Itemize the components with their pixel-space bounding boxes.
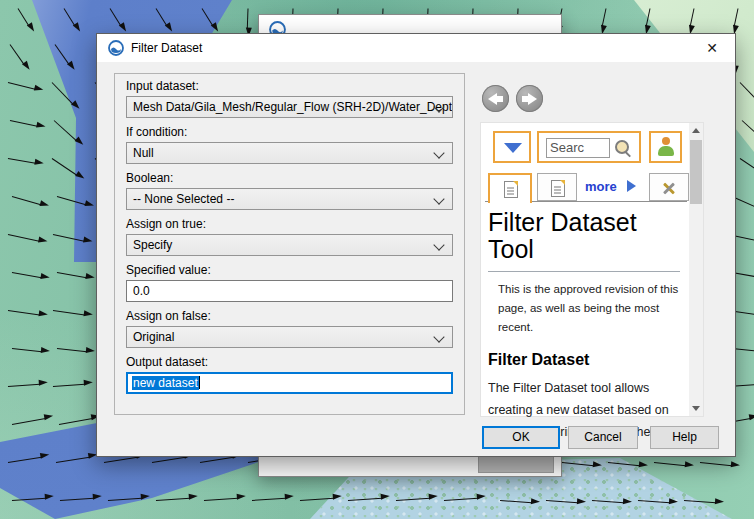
forward-arrow-tail xyxy=(522,96,529,102)
flow-arrow xyxy=(742,120,754,141)
page-icon xyxy=(504,181,518,198)
input-dataset-label: Input dataset: xyxy=(126,79,453,94)
back-arrow-tail xyxy=(496,96,503,102)
ok-button[interactable]: OK xyxy=(482,426,560,449)
flow-arrow xyxy=(700,462,732,466)
flow-arrow xyxy=(348,498,382,501)
tab-page-active[interactable] xyxy=(488,173,532,203)
cancel-button[interactable]: Cancel xyxy=(568,426,638,449)
help-back-button[interactable] xyxy=(482,85,509,112)
tab-divider-gap xyxy=(490,201,530,203)
article-revision-notice: This is the approved revision of this pa… xyxy=(498,280,686,337)
flow-arrow xyxy=(734,8,739,26)
flow-arrow xyxy=(54,120,77,141)
selected-text: new dataset xyxy=(132,376,199,390)
flow-arrow xyxy=(108,498,142,501)
flow-arrow xyxy=(152,457,186,463)
flow-arrow xyxy=(53,310,85,315)
flow-arrow xyxy=(200,457,234,463)
assign-on-false-label: Assign on false: xyxy=(126,309,453,324)
assign-on-true-combobox[interactable]: Specify xyxy=(126,234,453,256)
help-forward-button[interactable] xyxy=(516,85,543,112)
help-scrollbar[interactable] xyxy=(689,123,703,416)
output-dataset-input[interactable]: new dataset xyxy=(126,372,453,394)
search-input[interactable]: Searc xyxy=(546,138,610,158)
output-dataset-label: Output dataset: xyxy=(126,355,453,370)
flow-arrow xyxy=(638,500,670,503)
flow-arrow xyxy=(252,498,286,501)
specified-value-input[interactable]: 0.0 xyxy=(126,280,453,302)
article-title: Filter Dataset Tool xyxy=(488,209,680,272)
flow-arrow xyxy=(204,498,238,501)
flow-arrow xyxy=(52,82,74,104)
if-condition-combobox[interactable]: Null xyxy=(126,142,453,164)
dialog-titlebar[interactable]: Filter Dataset ✕ xyxy=(97,34,735,62)
forward-arrow-icon xyxy=(528,93,537,105)
sms-logo-icon xyxy=(108,40,124,56)
more-arrow-icon xyxy=(627,180,636,192)
flow-arrow xyxy=(8,82,35,90)
flow-arrow xyxy=(156,8,167,25)
dropdown-triangle-icon xyxy=(504,143,522,153)
flow-arrow xyxy=(8,384,40,387)
flow-arrow xyxy=(202,8,213,25)
flow-arrow xyxy=(53,234,85,242)
input-dataset-combobox[interactable]: Mesh Data/Gila_Mesh/Regular_Flow (SRH-2D… xyxy=(126,96,453,118)
dialog-title: Filter Dataset xyxy=(131,41,202,55)
flow-arrow xyxy=(500,500,532,503)
field-boolean: Boolean: -- None Selected -- xyxy=(126,171,453,210)
article-section-heading: Filter Dataset xyxy=(488,351,686,369)
if-condition-value: Null xyxy=(133,146,154,160)
flow-arrow xyxy=(10,120,38,127)
boolean-label: Boolean: xyxy=(126,171,453,186)
page-icon xyxy=(551,180,565,197)
flow-arrow xyxy=(53,384,85,387)
flow-arrow xyxy=(562,462,594,466)
filter-options-group: Input dataset: Mesh Data/Gila_Mesh/Regul… xyxy=(114,73,465,415)
search-magnifier-icon[interactable] xyxy=(615,140,629,154)
field-if-condition: If condition: Null xyxy=(126,125,453,164)
flow-arrow xyxy=(444,498,478,501)
field-output-dataset: Output dataset: new dataset xyxy=(126,355,453,394)
assign-on-false-combobox[interactable]: Original xyxy=(126,326,453,348)
flow-arrow xyxy=(608,462,640,466)
input-dataset-value: Mesh Data/Gila_Mesh/Regular_Flow (SRH-2D… xyxy=(133,100,453,114)
user-icon xyxy=(662,137,670,145)
flow-arrow xyxy=(18,8,29,25)
help-article: Filter Dataset Tool This is the approved… xyxy=(488,209,686,443)
if-condition-label: If condition: xyxy=(126,125,453,140)
text-caret xyxy=(199,376,200,389)
flow-arrow xyxy=(57,196,86,205)
wiki-search-group: Searc xyxy=(537,131,641,163)
flow-arrow xyxy=(12,418,46,425)
flow-arrow xyxy=(8,234,40,242)
assign-on-true-value: Specify xyxy=(133,238,172,252)
boolean-value: -- None Selected -- xyxy=(133,192,234,206)
flow-arrow xyxy=(546,500,578,503)
scroll-down-icon[interactable] xyxy=(689,401,703,416)
scrollbar-thumb[interactable] xyxy=(690,140,702,204)
flow-arrow xyxy=(12,498,46,501)
help-button[interactable]: Help xyxy=(650,426,719,449)
field-assign-on-false: Assign on false: Original xyxy=(126,309,453,348)
background-dialog-button[interactable] xyxy=(478,455,554,473)
flow-arrow xyxy=(646,8,651,26)
filter-dataset-dialog: Filter Dataset ✕ Input dataset: Mesh Dat… xyxy=(96,33,736,457)
flow-arrow xyxy=(12,272,42,278)
more-menu-link[interactable]: more xyxy=(585,179,617,194)
tab-tools[interactable] xyxy=(649,173,689,201)
boolean-combobox[interactable]: -- None Selected -- xyxy=(126,188,453,210)
flow-arrow xyxy=(156,498,190,501)
scroll-up-icon[interactable] xyxy=(689,123,703,138)
flow-arrow xyxy=(104,457,138,463)
close-icon[interactable]: ✕ xyxy=(703,39,721,57)
flow-arrow xyxy=(740,158,754,176)
flow-arrow xyxy=(64,8,75,25)
flow-arrow xyxy=(57,348,87,352)
wiki-dropdown-button[interactable] xyxy=(493,131,531,163)
flow-arrow xyxy=(602,8,607,26)
wiki-user-button[interactable] xyxy=(649,131,682,163)
flow-arrow xyxy=(740,82,754,104)
field-specified-value: Specified value: 0.0 xyxy=(126,263,453,302)
tab-discussion[interactable] xyxy=(537,173,577,201)
